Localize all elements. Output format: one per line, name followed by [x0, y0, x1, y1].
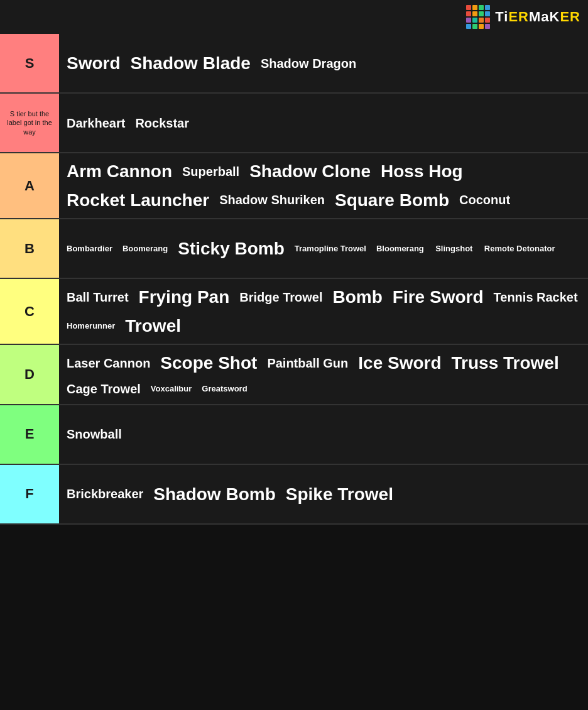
- logo-dot: [485, 18, 490, 23]
- logo-dot: [485, 5, 490, 10]
- tier-item: Laser Cannon: [62, 352, 155, 374]
- tier-item: Fire Sword: [388, 283, 489, 312]
- tier-item: Bombardier: [62, 240, 117, 258]
- tier-content-a: Arm CannonSuperballShadow CloneHoss HogR…: [59, 153, 588, 218]
- tier-content-s: SwordShadow BladeShadow Dragon: [59, 34, 588, 92]
- tier-item: Homerunner: [62, 317, 120, 335]
- tier-item: Shadow Dragon: [256, 52, 361, 75]
- tier-item: Hoss Hog: [376, 157, 468, 186]
- tier-item: Frying Pan: [134, 283, 235, 312]
- tier-row-a: AArm CannonSuperballShadow CloneHoss Hog…: [0, 153, 588, 219]
- tier-item: Bridge Trowel: [234, 286, 327, 309]
- tier-row-c: CBall TurretFrying PanBridge TrowelBombF…: [0, 279, 588, 345]
- logo-dot: [479, 18, 484, 23]
- tier-item: Rockstar: [130, 112, 194, 134]
- tier-row-s-note: S tier but the label got in the wayDarkh…: [0, 94, 588, 153]
- logo-text: TiERMaKER: [495, 9, 580, 25]
- tier-item: Darkheart: [62, 112, 130, 134]
- tier-label-s: S: [0, 34, 59, 92]
- tier-item: Arm Cannon: [62, 157, 177, 186]
- tier-content-e: Snowball: [59, 405, 588, 464]
- tier-item: Shadow Clone: [244, 157, 376, 186]
- tier-label-b: B: [0, 219, 59, 278]
- tier-item: Tramopline Trowel: [290, 240, 371, 258]
- tier-item: Brickbreaker: [62, 483, 148, 505]
- tier-item: Square Bomb: [330, 186, 454, 215]
- logo-dot: [485, 24, 490, 29]
- header: TiERMaKER: [0, 0, 588, 34]
- tier-label-s-note: S tier but the label got in the way: [0, 94, 59, 152]
- tier-item: Trowel: [120, 312, 186, 341]
- logo-dot: [466, 24, 471, 29]
- tier-item: Remote Detonator: [479, 240, 560, 258]
- tier-item: Shadow Shuriken: [214, 188, 330, 211]
- tier-item: Paintball Gun: [262, 352, 353, 374]
- tier-item: Rocket Launcher: [62, 186, 214, 215]
- tier-item: Shadow Bomb: [148, 480, 280, 509]
- tier-label-c: C: [0, 279, 59, 344]
- tier-label-a: A: [0, 153, 59, 218]
- tier-item: Bloomerang: [371, 240, 429, 258]
- tier-container: SSwordShadow BladeShadow DragonS tier bu…: [0, 34, 588, 525]
- tier-item: Voxcalibur: [146, 380, 197, 398]
- tier-item: Superball: [177, 160, 244, 183]
- tier-item: Bomb: [328, 283, 388, 312]
- tier-label-d: D: [0, 345, 59, 404]
- tier-row-d: DLaser CannonScope ShotPaintball GunIce …: [0, 345, 588, 405]
- tier-content-s-note: DarkheartRockstar: [59, 94, 588, 152]
- logo-dot: [466, 18, 471, 23]
- logo-area: TiERMaKER: [466, 5, 580, 29]
- tier-item: Cage Trowel: [62, 378, 146, 400]
- logo-dot: [472, 11, 477, 16]
- logo-dot: [479, 24, 484, 29]
- tier-item: Spike Trowel: [281, 480, 398, 509]
- tier-content-c: Ball TurretFrying PanBridge TrowelBombFi…: [59, 279, 588, 344]
- tier-item: Truss Trowel: [447, 349, 564, 378]
- tier-content-f: BrickbreakerShadow BombSpike Trowel: [59, 465, 588, 523]
- tier-item: Coconut: [454, 188, 515, 211]
- tier-item: Sticky Bomb: [173, 234, 290, 263]
- tier-content-b: BombardierBoomerangSticky BombTramopline…: [59, 219, 588, 278]
- tier-row-f: FBrickbreakerShadow BombSpike Trowel: [0, 465, 588, 525]
- logo-dot: [479, 11, 484, 16]
- tier-item: Greatsword: [197, 380, 252, 398]
- tier-row-e: ESnowball: [0, 405, 588, 465]
- logo-dot: [472, 24, 477, 29]
- tier-label-e: E: [0, 405, 59, 464]
- tier-row-b: BBombardierBoomerangSticky BombTramoplin…: [0, 219, 588, 279]
- logo-grid-icon: [466, 5, 490, 29]
- tier-item: Slingshot: [429, 240, 479, 258]
- tier-item: Tennis Racket: [489, 286, 583, 309]
- tier-item: Boomerang: [117, 240, 173, 258]
- tier-content-d: Laser CannonScope ShotPaintball GunIce S…: [59, 345, 588, 404]
- logo-dot: [472, 18, 477, 23]
- logo-dot: [466, 5, 471, 10]
- tier-item: Sword: [62, 49, 126, 78]
- logo-dot: [485, 11, 490, 16]
- tier-item: Ball Turret: [62, 286, 134, 309]
- tier-item: Scope Shot: [155, 349, 262, 378]
- logo-dot: [479, 5, 484, 10]
- tier-row-s: SSwordShadow BladeShadow Dragon: [0, 34, 588, 94]
- tier-item: Snowball: [62, 423, 127, 445]
- logo-dot: [466, 11, 471, 16]
- logo-dot: [472, 5, 477, 10]
- tier-label-f: F: [0, 465, 59, 523]
- tier-item: Ice Sword: [353, 349, 446, 378]
- tier-item: Shadow Blade: [126, 49, 256, 78]
